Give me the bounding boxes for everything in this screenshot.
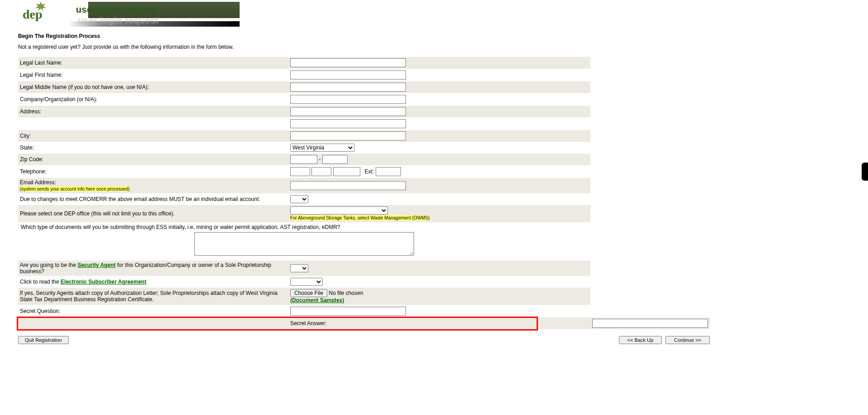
secret-question-input[interactable] <box>290 307 406 316</box>
label-last-name: Legal Last Name: <box>18 57 288 69</box>
last-name-input[interactable] <box>290 58 406 67</box>
dep-logo-text: dep <box>23 7 42 22</box>
label-address: Address: <box>18 106 288 118</box>
no-file-chosen: No file chosen <box>329 290 363 296</box>
esa-link[interactable]: Electronic Subscriber Agreement <box>61 279 146 285</box>
banner-title-shadow: user login request <box>78 15 159 26</box>
choose-file-button[interactable]: Choose File <box>290 289 327 297</box>
label-auth-letter: If yes, Security Agents attach copy of A… <box>18 288 288 305</box>
label-first-name: Legal First Name: <box>18 69 288 81</box>
city-input[interactable] <box>290 131 406 140</box>
cromerr-select[interactable] <box>290 195 308 203</box>
label-dep-office: Please select one DEP office (this will … <box>18 205 288 223</box>
label-telephone: Telephone: <box>18 166 288 178</box>
tel-area-input[interactable] <box>290 167 310 176</box>
label-address2 <box>18 118 288 130</box>
middle-name-input[interactable] <box>290 83 406 92</box>
state-select[interactable]: West Virginia <box>290 144 354 152</box>
button-row: Quit Registration << Back Up Continue >> <box>18 336 710 344</box>
dep-office-note: For Aboveground Storage Tanks, select Wa… <box>290 215 429 220</box>
zip4-input[interactable] <box>322 155 348 164</box>
email-note: (system sends your account info here onc… <box>20 187 130 191</box>
tel-suffix-input[interactable] <box>333 167 360 176</box>
label-secret-answer: Secret Answer: <box>288 317 590 330</box>
label-zip: Zip Code: <box>18 154 288 166</box>
label-email: Email Address: <box>20 179 56 186</box>
esa-select[interactable] <box>290 278 323 286</box>
tel-ext-input[interactable] <box>376 167 401 176</box>
address2-input[interactable] <box>290 119 406 128</box>
secret-answer-input[interactable] <box>592 319 708 328</box>
intro-text: Not a registered user yet? Just provide … <box>18 44 710 50</box>
dep-office-select[interactable] <box>290 206 388 214</box>
label-company: Company/Organization (or N/A): <box>18 93 288 106</box>
sec-agent-prefix: Are you going to be the <box>20 262 77 268</box>
label-city: City: <box>18 130 288 142</box>
continue-button[interactable]: Continue >> <box>665 336 710 344</box>
document-samples-link[interactable]: (Document Samples) <box>290 297 344 303</box>
label-secret-question: Secret Question: <box>18 305 288 317</box>
back-up-button[interactable]: << Back Up <box>619 336 662 344</box>
tel-prefix-input[interactable] <box>311 167 331 176</box>
label-cromerr: Due to changes to meet CROMERR the above… <box>18 194 288 205</box>
esa-prefix: Click to read the <box>20 279 61 285</box>
registration-form-table: Legal Last Name: Legal First Name: Legal… <box>18 56 710 330</box>
label-state: State: <box>18 142 288 154</box>
email-input[interactable] <box>290 181 406 190</box>
security-agent-link[interactable]: Security Agent <box>77 262 115 268</box>
zip-dash: - <box>317 156 322 163</box>
banner-title: user login request <box>76 5 157 15</box>
security-agent-select[interactable] <box>290 264 308 272</box>
label-ext: Ext: <box>365 168 374 175</box>
first-name-input[interactable] <box>290 70 406 79</box>
zip5-input[interactable] <box>290 155 317 164</box>
label-docs-question: Which type of documents will you be subm… <box>20 224 589 230</box>
docs-textarea[interactable] <box>194 232 414 256</box>
header-banner: dep user login request user login reques… <box>18 2 240 27</box>
side-feedback-tab[interactable] <box>862 163 868 181</box>
label-middle-name: Legal Middle Name (if you do not have on… <box>18 81 288 93</box>
quit-registration-button[interactable]: Quit Registration <box>18 336 69 344</box>
address1-input[interactable] <box>290 107 406 116</box>
company-input[interactable] <box>290 95 406 104</box>
section-heading: Begin The Registration Process <box>18 33 710 39</box>
